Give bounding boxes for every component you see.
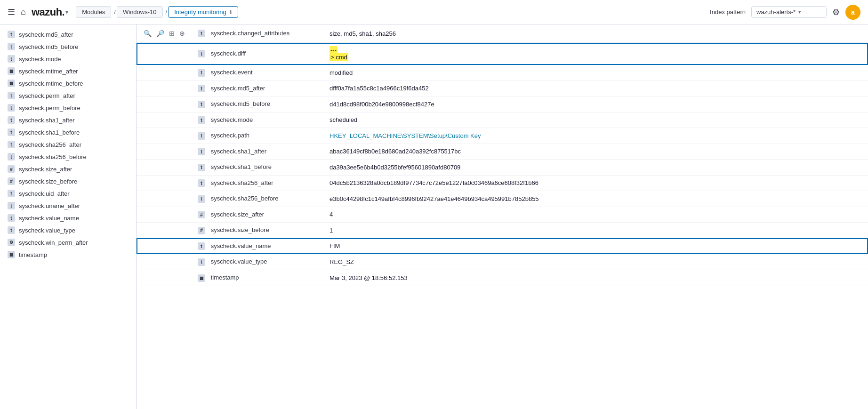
breadcrumb-modules[interactable]: Modules <box>76 6 111 18</box>
field-type-badge: t <box>198 30 205 37</box>
info-icon[interactable]: ℹ <box>230 9 232 16</box>
sidebar-item-mode[interactable]: t syscheck.mode <box>0 53 136 65</box>
content-area: 🔍 🔎 ⊞ ⊕ t syscheck.changed_attributes si… <box>137 24 868 409</box>
breadcrumb-sep1: / <box>114 8 116 16</box>
field-cell: ▦ timestamp <box>192 270 324 286</box>
action-cell <box>137 43 192 65</box>
action-cell <box>137 207 192 223</box>
sidebar-item-uid-after[interactable]: t syscheck.uid_after <box>0 187 136 200</box>
value-cell: da39a3ee5e6b4b0d3255bfef95601890afd80709 <box>324 160 868 176</box>
field-cell: t syscheck.md5_before <box>192 96 324 112</box>
field-name: syscheck.size_before <box>211 226 269 233</box>
sidebar-field-label: syscheck.uname_after <box>19 202 80 209</box>
field-name: syscheck.path <box>211 132 249 139</box>
type-icon-t: t <box>8 31 15 38</box>
field-name: syscheck.md5_after <box>211 85 265 92</box>
filter-button[interactable]: ⊞ <box>168 28 176 39</box>
table-row: t syscheck.event modified <box>137 65 868 81</box>
value-cell: modified <box>324 65 868 81</box>
table-row: t syscheck.sha1_after abac36149cf8b0e18d… <box>137 144 868 160</box>
field-cell: t syscheck.path <box>192 128 324 144</box>
sidebar-field-label: syscheck.sha1_after <box>19 117 75 124</box>
action-cell <box>137 191 192 207</box>
path-link[interactable]: HKEY_LOCAL_MACHINE\SYSTEM\Setup\Custom K… <box>330 132 481 139</box>
index-pattern-select[interactable]: wazuh-alerts-* ▾ <box>751 6 827 18</box>
sidebar-item-sha1-before[interactable]: t syscheck.sha1_before <box>0 126 136 138</box>
field-cell: t syscheck.value_type <box>192 254 324 270</box>
sidebar-item-md5-after[interactable]: t syscheck.md5_after <box>0 28 136 40</box>
sidebar-item-perm-before[interactable]: t syscheck.perm_before <box>0 102 136 114</box>
field-cell: t syscheck.changed_attributes <box>192 24 324 43</box>
sidebar-item-win-perm-after[interactable]: ⚙ syscheck.win_perm_after <box>0 236 136 249</box>
field-name: syscheck.sha256_after <box>211 179 273 186</box>
breadcrumb-windows10[interactable]: Windows-10 <box>117 6 163 18</box>
field-type-badge: t <box>198 195 205 203</box>
table-row: t syscheck.value_type REG_SZ <box>137 254 868 270</box>
value-cell: Mar 3, 2023 @ 18:56:52.153 <box>324 270 868 286</box>
field-cell: t syscheck.sha256_after <box>192 175 324 191</box>
sidebar-item-value-type[interactable]: t syscheck.value_type <box>0 224 136 236</box>
value-cell: dfff0a7fa1a55c8c1a4966c19f6da452 <box>324 80 868 96</box>
field-type-badge: t <box>198 132 205 140</box>
type-icon-gear: ⚙ <box>8 239 15 246</box>
type-icon-t: t <box>8 128 15 136</box>
sidebar-item-size-before[interactable]: # syscheck.size_before <box>0 175 136 187</box>
table-row: # syscheck.size_before 1 <box>137 223 868 239</box>
sidebar-field-label: syscheck.md5_before <box>19 43 78 50</box>
field-type-badge: t <box>198 148 205 155</box>
sidebar-item-sha256-after[interactable]: t syscheck.sha256_after <box>0 138 136 151</box>
sidebar-item-value-name[interactable]: t syscheck.value_name <box>0 212 136 224</box>
sidebar-item-sha1-after[interactable]: t syscheck.sha1_after <box>0 114 136 126</box>
field-name: syscheck.md5_before <box>211 100 270 107</box>
value-cell: --- > cmd <box>324 43 868 65</box>
settings-icon[interactable]: ⚙ <box>832 7 840 17</box>
field-name: syscheck.changed_attributes <box>211 30 290 37</box>
sidebar-item-mtime-before[interactable]: ▦ syscheck.mtime_before <box>0 77 136 89</box>
sidebar-item-mtime-after[interactable]: ▦ syscheck.mtime_after <box>0 65 136 77</box>
breadcrumb-integrity[interactable]: Integrity monitoring ℹ <box>168 6 238 18</box>
field-name: syscheck.sha1_after <box>211 148 267 155</box>
logo-chevron-icon[interactable]: ▾ <box>65 9 68 16</box>
type-icon-t: t <box>8 55 15 63</box>
sidebar-item-timestamp[interactable]: ▦ timestamp <box>0 249 136 261</box>
type-icon-t: t <box>8 214 15 222</box>
field-type-badge: t <box>198 50 205 57</box>
sidebar-field-label: syscheck.md5_after <box>19 31 73 38</box>
nav-right: Index pattern wazuh-alerts-* ▾ ⚙ a <box>710 5 860 20</box>
field-name: syscheck.diff <box>211 50 246 57</box>
sidebar-field-label: syscheck.sha256_before <box>19 153 87 160</box>
field-name: syscheck.event <box>211 69 253 76</box>
type-icon-t: t <box>8 43 15 50</box>
table-row-value-name: t syscheck.value_name FIM <box>137 238 868 254</box>
type-icon-hash: # <box>8 165 15 173</box>
sidebar-field-label: syscheck.perm_after <box>19 92 75 99</box>
breadcrumb: Modules / Windows-10 / Integrity monitor… <box>76 6 240 18</box>
table-row: t syscheck.sha256_after 04dc5b2136328a0d… <box>137 175 868 191</box>
sidebar-item-sha256-before[interactable]: t syscheck.sha256_before <box>0 151 136 163</box>
sidebar-item-md5-before[interactable]: t syscheck.md5_before <box>0 40 136 53</box>
field-type-badge: t <box>198 116 205 124</box>
action-cell <box>137 80 192 96</box>
avatar[interactable]: a <box>845 5 860 20</box>
sidebar-item-uname-after[interactable]: t syscheck.uname_after <box>0 200 136 212</box>
table-row: # syscheck.size_after 4 <box>137 207 868 223</box>
wazuh-logo: wazuh. <box>32 6 64 18</box>
value-cell: FIM <box>324 238 868 254</box>
field-cell: t syscheck.sha1_before <box>192 160 324 176</box>
menu-icon[interactable]: ☰ <box>8 7 15 17</box>
table-row: 🔍 🔎 ⊞ ⊕ t syscheck.changed_attributes si… <box>137 24 868 43</box>
sidebar-item-size-after[interactable]: # syscheck.size_after <box>0 163 136 175</box>
type-icon-calendar: ▦ <box>8 80 15 87</box>
action-cell <box>137 96 192 112</box>
zoom-out-button[interactable]: 🔎 <box>155 28 166 39</box>
field-cell: t syscheck.md5_after <box>192 80 324 96</box>
pin-button[interactable]: ⊕ <box>178 28 186 39</box>
sidebar-item-perm-after[interactable]: t syscheck.perm_after <box>0 89 136 102</box>
action-cell: 🔍 🔎 ⊞ ⊕ <box>137 24 192 43</box>
table-row-timestamp: ▦ timestamp Mar 3, 2023 @ 18:56:52.153 <box>137 270 868 286</box>
home-icon[interactable]: ⌂ <box>21 7 26 17</box>
field-type-badge: t <box>198 101 205 108</box>
zoom-in-button[interactable]: 🔍 <box>142 28 153 39</box>
sidebar-field-label: syscheck.mtime_after <box>19 68 78 75</box>
field-name: syscheck.mode <box>211 116 253 123</box>
